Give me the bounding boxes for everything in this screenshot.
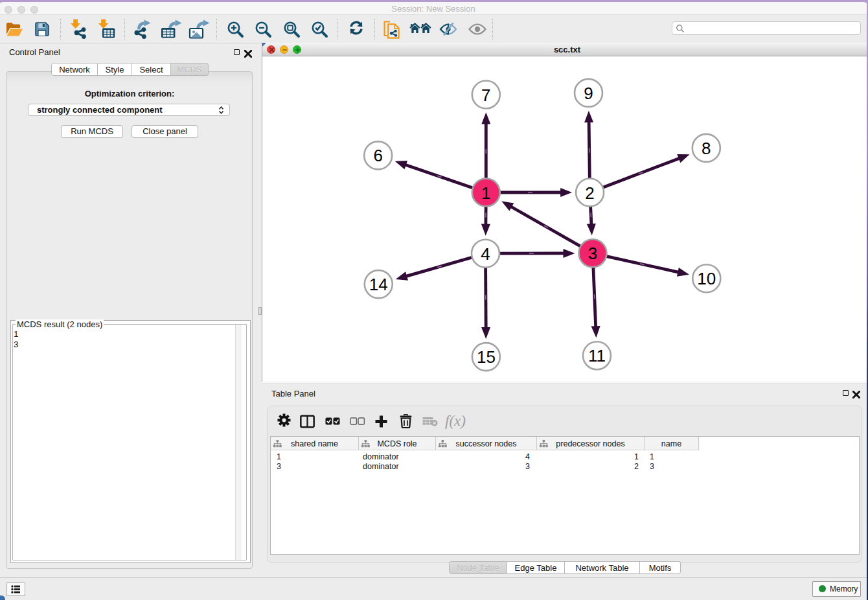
svg-text:11: 11 xyxy=(588,346,606,365)
svg-text:6: 6 xyxy=(373,146,382,165)
svg-text:4: 4 xyxy=(481,244,490,264)
svg-text:9: 9 xyxy=(584,84,593,103)
svg-text:14: 14 xyxy=(369,275,388,294)
svg-text:7: 7 xyxy=(481,86,490,105)
svg-text:15: 15 xyxy=(477,347,496,367)
svg-text:10: 10 xyxy=(697,269,716,288)
svg-text:8: 8 xyxy=(702,139,711,158)
svg-text:1: 1 xyxy=(481,183,490,203)
svg-text:3: 3 xyxy=(588,244,597,263)
svg-text:2: 2 xyxy=(585,183,594,203)
